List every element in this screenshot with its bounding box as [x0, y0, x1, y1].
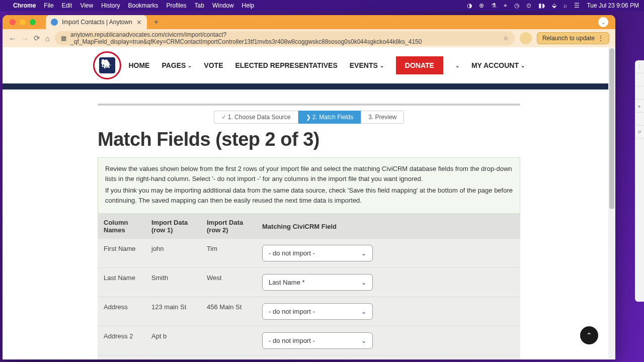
menu-history[interactable]: History	[101, 2, 120, 9]
status-icon[interactable]: ⚗	[491, 2, 497, 9]
menu-file[interactable]: File	[44, 2, 53, 9]
site-info-icon[interactable]: ▦	[61, 35, 66, 42]
window-controls	[10, 19, 36, 25]
chevron-down-icon: ⌄	[380, 63, 384, 68]
chrome-window: Import Contacts | Anytown ✕ + ⌄ ← → ⟳ ⌂ …	[3, 15, 615, 359]
chevron-down-icon: ⌄	[361, 337, 366, 344]
nav-vote[interactable]: VOTE	[204, 61, 223, 69]
chrome-tab-strip: Import Contacts | Anytown ✕ + ⌄	[3, 15, 615, 29]
cell-mapping: - do not import -⌄	[256, 239, 520, 268]
cell-row1: Apt b	[145, 326, 201, 355]
back-button[interactable]: ←	[9, 34, 16, 43]
th-row2: Import Data (row 2)	[201, 214, 256, 239]
cell-column-name: Address 2	[98, 326, 145, 355]
menu-window[interactable]: Window	[212, 2, 234, 9]
status-icon[interactable]: ⊕	[479, 2, 484, 9]
tab-overflow-button[interactable]: ⌄	[598, 17, 608, 27]
donate-button[interactable]: DONATE	[396, 56, 443, 74]
chevron-down-icon: ⌄	[521, 63, 525, 68]
menu-view[interactable]: View	[80, 2, 93, 9]
relaunch-label: Relaunch to update	[542, 35, 595, 42]
cell-row2: Norfolk	[201, 355, 256, 360]
page-viewport: HOME PAGES⌄ VOTE ELECTED REPRESENTATIVES…	[3, 47, 615, 359]
cell-mapping: City⌄Home⌄	[256, 355, 520, 360]
mapping-select[interactable]: - do not import -⌄	[262, 245, 373, 261]
nav-home[interactable]: HOME	[128, 61, 149, 69]
more-icon: ⋮	[598, 35, 604, 42]
reload-button[interactable]: ⟳	[34, 34, 40, 43]
wizard-step-2[interactable]: ❯ 2. Match Fields	[298, 111, 361, 124]
scrollbar[interactable]	[608, 47, 615, 359]
wifi-icon[interactable]: ⬙	[552, 2, 556, 9]
menu-bookmarks[interactable]: Bookmarks	[128, 2, 158, 9]
collapsed-side-panel[interactable]: ⋮▸P	[635, 60, 644, 302]
table-row: First Name john Tim - do not import -⌄	[98, 239, 520, 268]
new-tab-button[interactable]: +	[154, 18, 158, 27]
nav-events[interactable]: EVENTS⌄	[350, 61, 384, 69]
cell-column-name: First Name	[98, 239, 145, 268]
menu-edit[interactable]: Edit	[62, 2, 72, 9]
main-navigation: HOME PAGES⌄ VOTE ELECTED REPRESENTATIVES…	[128, 56, 525, 74]
site-logo[interactable]	[93, 51, 121, 79]
address-bar[interactable]: ▦ anytown.republicanadvocates.com/civicr…	[55, 31, 515, 45]
relaunch-button[interactable]: Relaunch to update ⋮	[537, 32, 609, 44]
menu-help[interactable]: Help	[242, 2, 255, 9]
nav-pages[interactable]: PAGES⌄	[162, 61, 192, 69]
menu-tab[interactable]: Tab	[195, 2, 204, 9]
nav-account[interactable]: MY ACCOUNT⌄	[471, 61, 525, 69]
close-tab-button[interactable]: ✕	[136, 19, 142, 26]
cell-row1: Smith	[145, 268, 201, 297]
favicon-icon	[51, 19, 58, 26]
bookmark-star-icon[interactable]: ☆	[503, 35, 509, 42]
bluetooth-icon[interactable]: ⌖	[504, 2, 507, 9]
select-value: - do not import -	[269, 308, 315, 315]
nav-elected[interactable]: ELECTED REPRESENTATIVES	[235, 61, 337, 69]
chevron-down-icon: ⌄	[188, 63, 192, 68]
cell-mapping: - do not import -⌄	[256, 297, 520, 326]
chevron-down-icon: ⌄	[455, 63, 459, 68]
cell-row2: West	[201, 268, 256, 297]
maximize-window-button[interactable]	[30, 19, 36, 25]
wizard-step-1[interactable]: ✓1. Choose Data Source	[214, 111, 298, 124]
forward-button[interactable]: →	[21, 34, 29, 43]
minimize-window-button[interactable]	[20, 19, 26, 25]
battery-icon[interactable]: ▮◗	[538, 2, 545, 9]
check-icon: ✓	[221, 114, 226, 121]
control-center-icon[interactable]: ☰	[574, 2, 580, 9]
scroll-top-button[interactable]: ⌃	[580, 326, 598, 344]
wizard-step-3[interactable]: 3. Preview	[361, 111, 404, 124]
wizard-steps: ✓1. Choose Data Source ❯ 2. Match Fields…	[98, 111, 520, 124]
cell-column-name: City	[98, 355, 145, 360]
app-name[interactable]: Chrome	[13, 2, 36, 9]
header-divider	[3, 83, 615, 89]
th-matching: Matching CiviCRM Field	[256, 214, 520, 239]
mapping-select[interactable]: - do not import -⌄	[262, 303, 373, 320]
menubar-datetime[interactable]: Tue Jul 23 9:06 PM	[587, 2, 639, 9]
chevron-right-icon: ❯	[306, 114, 312, 121]
clock-icon[interactable]: ◷	[514, 2, 519, 9]
help-text-1: Review the values shown below from the f…	[105, 164, 513, 184]
page-title: Match Fields (step 2 of 3)	[98, 129, 520, 150]
tab-title: Import Contacts | Anytown	[62, 19, 132, 26]
select-value: Last Name *	[269, 279, 305, 286]
close-window-button[interactable]	[10, 19, 16, 25]
status-icon[interactable]: ⊙	[526, 2, 531, 9]
url-text: anytown.republicanadvocates.com/civicrm/…	[70, 31, 499, 45]
help-panel: Review the values shown below from the f…	[98, 157, 520, 214]
cell-column-name: Address	[98, 297, 145, 326]
status-icon[interactable]: ◑	[467, 2, 472, 9]
browser-tab[interactable]: Import Contacts | Anytown ✕	[46, 15, 147, 29]
mapping-select[interactable]: - do not import -⌄	[262, 332, 373, 349]
chevron-down-icon: ⌄	[361, 279, 366, 286]
scrollbar-thumb[interactable]	[609, 48, 614, 209]
profile-avatar[interactable]	[520, 32, 532, 44]
table-row: Address 2 Apt b - do not import -⌄	[98, 326, 520, 355]
field-mapping-table: Column Names Import Data (row 1) Import …	[98, 214, 520, 359]
cell-mapping: Last Name *⌄	[256, 268, 520, 297]
cell-row1: 123 main St	[145, 297, 201, 326]
menu-profiles[interactable]: Profiles	[167, 2, 187, 9]
mapping-select[interactable]: Last Name *⌄	[262, 274, 373, 291]
search-icon[interactable]: ⌕	[564, 2, 567, 9]
home-button[interactable]: ⌂	[45, 34, 50, 43]
cell-row1: john	[145, 239, 201, 268]
